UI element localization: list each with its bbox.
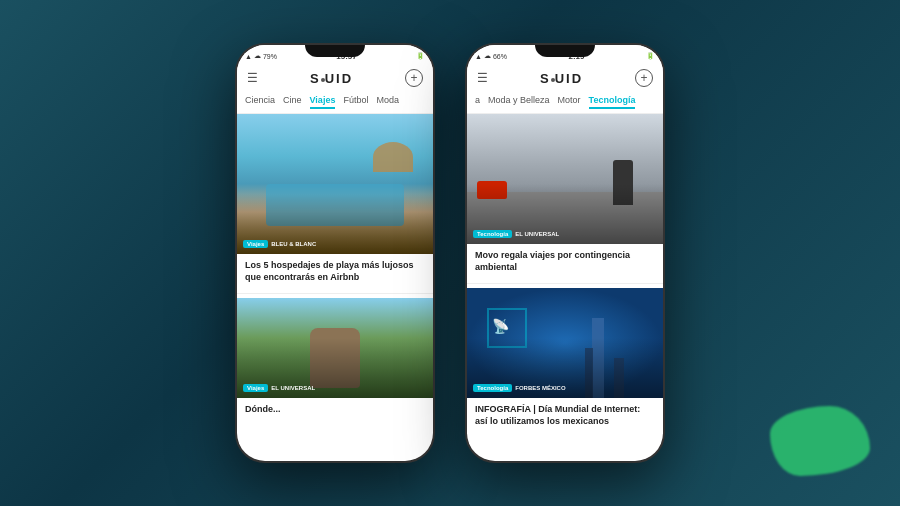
app-header-2: ☰ SUID + — [467, 65, 663, 91]
category-cine[interactable]: Cine — [283, 95, 302, 109]
battery-area-2: 🔋 — [646, 52, 655, 60]
tag-category-viajes-2: Viajes — [243, 384, 268, 392]
categories-bar-2: a Moda y Belleza Motor Tecnología — [467, 91, 663, 114]
category-moda[interactable]: Moda — [376, 95, 399, 109]
hamburger-icon-1[interactable]: ☰ — [247, 72, 258, 84]
card-divider-1 — [237, 293, 433, 294]
logo-dot-1 — [321, 78, 325, 82]
card-content-2[interactable]: Dónde... — [237, 398, 433, 422]
app-header-1: ☰ SUID + — [237, 65, 433, 91]
category-tecnologia[interactable]: Tecnología — [589, 95, 636, 109]
card-image-road: Tecnología EL UNIVERSAL — [467, 114, 663, 244]
card-image-network: 📡 Tecnología FORBES MÉXICO — [467, 288, 663, 398]
card-tags-1: Viajes BLEU & BLANC — [243, 240, 316, 248]
phone-screen-1: ▲ ☁ 79% 15:57 🔋 ☰ SUID + Ciencia — [237, 45, 433, 461]
wifi-symbol: 📡 — [492, 318, 509, 334]
category-motor[interactable]: Motor — [558, 95, 581, 109]
battery-percent-2: 66% — [493, 53, 507, 60]
tag-category-tech: Tecnología — [473, 230, 512, 238]
tag-source-bleu: BLEU & BLANC — [271, 241, 316, 247]
pavilion — [373, 142, 413, 172]
card-title-4: INFOGRAFÍA | Día Mundial de Internet: as… — [475, 404, 655, 427]
card-tags-4: Tecnología FORBES MÉXICO — [473, 384, 566, 392]
battery-percent-1: 79% — [263, 53, 277, 60]
add-button-2[interactable]: + — [635, 69, 653, 87]
hamburger-icon-2[interactable]: ☰ — [477, 72, 488, 84]
phone-notch-2 — [535, 45, 595, 57]
category-moda-belleza[interactable]: Moda y Belleza — [488, 95, 550, 109]
tag-source-universal: EL UNIVERSAL — [271, 385, 315, 391]
battery-icon-1: 🔋 — [416, 52, 425, 60]
phones-container: ▲ ☁ 79% 15:57 🔋 ☰ SUID + Ciencia — [235, 43, 665, 463]
phone-1: ▲ ☁ 79% 15:57 🔋 ☰ SUID + Ciencia — [235, 43, 435, 463]
category-a[interactable]: a — [475, 95, 480, 109]
phone-2: ▲ ☁ 66% 2:19 🔋 ☰ SUID + a Moda — [465, 43, 665, 463]
signal-area-1: ▲ ☁ 79% — [245, 52, 277, 60]
battery-icon-2: 🔋 — [646, 52, 655, 60]
card-title-1: Los 5 hospedajes de playa más lujosos qu… — [245, 260, 425, 283]
card-image-resort: Viajes BLEU & BLANC — [237, 114, 433, 254]
card-divider-2 — [467, 283, 663, 284]
phone-notch-1 — [305, 45, 365, 57]
card-content-3[interactable]: Movo regala viajes por contingencia ambi… — [467, 244, 663, 279]
add-button-1[interactable]: + — [405, 69, 423, 87]
category-futbol[interactable]: Fútbol — [343, 95, 368, 109]
main-content-1: Viajes BLEU & BLANC Los 5 hospedajes de … — [237, 114, 433, 461]
card-content-4[interactable]: INFOGRAFÍA | Día Mundial de Internet: as… — [467, 398, 663, 433]
signal-bars-1: ▲ — [245, 53, 252, 60]
card-title-2: Dónde... — [245, 404, 425, 416]
battery-area-1: 🔋 — [416, 52, 425, 60]
category-ciencia[interactable]: Ciencia — [245, 95, 275, 109]
category-viajes[interactable]: Viajes — [310, 95, 336, 109]
card-tags-3: Tecnología EL UNIVERSAL — [473, 230, 559, 238]
card-image-stone: Viajes EL UNIVERSAL — [237, 298, 433, 398]
tag-source-forbes: FORBES MÉXICO — [515, 385, 565, 391]
card-title-3: Movo regala viajes por contingencia ambi… — [475, 250, 655, 273]
squid-logo-1: SUID — [310, 71, 353, 86]
card-tags-2: Viajes EL UNIVERSAL — [243, 384, 315, 392]
tag-category-viajes: Viajes — [243, 240, 268, 248]
main-content-2: Tecnología EL UNIVERSAL Movo regala viaj… — [467, 114, 663, 461]
tag-source-universal-2: EL UNIVERSAL — [515, 231, 559, 237]
categories-bar-1: Ciencia Cine Viajes Fútbol Moda — [237, 91, 433, 114]
wifi-icon-1: ☁ — [254, 52, 261, 60]
card-content-1[interactable]: Los 5 hospedajes de playa más lujosos qu… — [237, 254, 433, 289]
tag-category-tech-2: Tecnología — [473, 384, 512, 392]
wifi-icon-2: ☁ — [484, 52, 491, 60]
phone-screen-2: ▲ ☁ 66% 2:19 🔋 ☰ SUID + a Moda — [467, 45, 663, 461]
squid-logo-2: SUID — [540, 71, 583, 86]
logo-dot-2 — [551, 78, 555, 82]
signal-bars-2: ▲ — [475, 53, 482, 60]
signal-area-2: ▲ ☁ 66% — [475, 52, 507, 60]
